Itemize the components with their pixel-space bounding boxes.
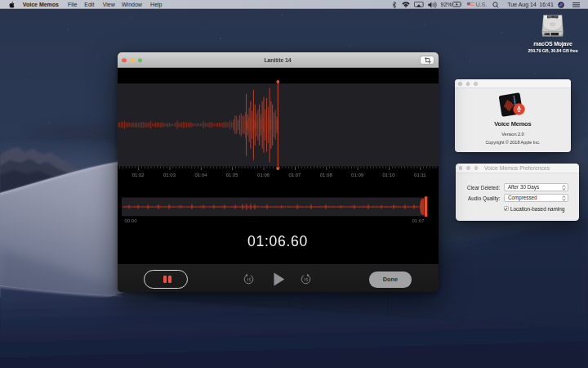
svg-text:01:11: 01:11 (414, 172, 426, 177)
svg-text:01:04: 01:04 (194, 172, 207, 177)
svg-text:01:05: 01:05 (225, 172, 238, 177)
svg-text:01:10: 01:10 (382, 172, 395, 177)
svg-text:01:07: 01:07 (288, 172, 301, 177)
svg-text:01:02: 01:02 (131, 172, 145, 177)
svg-text:01:03: 01:03 (163, 172, 176, 177)
svg-text:01:06: 01:06 (257, 172, 270, 177)
svg-text:01:08: 01:08 (319, 172, 332, 177)
svg-text:01:09: 01:09 (351, 172, 364, 177)
